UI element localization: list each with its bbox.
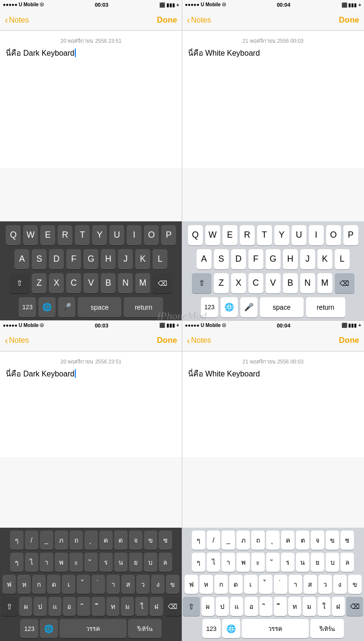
key-thai-sara-a-l[interactable]: า — [222, 553, 235, 572]
key-thai-delete-l[interactable]: ⌫ — [346, 597, 363, 616]
key-thai-to-tao-d[interactable]: ต — [114, 531, 128, 550]
note-text-tl[interactable]: นี่คือ Dark Keyboard — [6, 48, 176, 59]
key-thai-return-l[interactable]: รีเทิร์น — [310, 619, 344, 638]
key-thai-mai-tho-d[interactable]: ้ — [77, 575, 90, 594]
key-thai-mo-ma-d[interactable]: ม — [121, 597, 134, 616]
key-thai-pho-phan-l[interactable]: ภ — [236, 531, 250, 550]
key-thai-fo-fan-l[interactable]: ฟ — [185, 575, 198, 594]
key-k-l[interactable]: K — [317, 249, 332, 269]
key-thai-shift-l[interactable]: ⇧ — [183, 597, 200, 616]
key-thai-slash-d[interactable]: / — [25, 531, 38, 550]
key-thai-ho-hip-d[interactable]: ห — [17, 575, 31, 594]
key-thai-mai-ya-mok-d[interactable]: ๆ — [10, 531, 23, 550]
key-globe-dark[interactable]: 🌐 — [38, 297, 56, 317]
key-thai-cho-chan-l[interactable]: จ — [311, 531, 324, 550]
key-thai-shift-d[interactable]: ⇧ — [1, 597, 18, 616]
key-v-l[interactable]: V — [266, 273, 281, 293]
key-i-l[interactable]: I — [309, 225, 324, 245]
key-thai-slash-l[interactable]: / — [207, 531, 220, 550]
key-thai-po-pla-l[interactable]: ป — [216, 597, 229, 616]
key-m-l[interactable]: M — [317, 273, 332, 293]
key-thai-to-tao-l[interactable]: ต — [296, 531, 309, 550]
key-thai-sara-i-l[interactable]: ิ — [259, 597, 272, 616]
key-t-l[interactable]: T — [257, 225, 272, 245]
key-thai-mai-ya-mok-l[interactable]: ๆ — [192, 531, 205, 550]
key-thai-sara-e-l[interactable]: เ — [244, 575, 258, 594]
key-thai-kho-khai-l[interactable]: ข — [326, 531, 339, 550]
key-delete-light[interactable]: ⌫ — [335, 273, 354, 293]
key-thai-pho-phat-l[interactable]: ผ — [201, 597, 214, 616]
key-z-l[interactable]: Z — [214, 273, 229, 293]
key-e[interactable]: E — [40, 225, 55, 245]
key-return-light[interactable]: return — [306, 297, 345, 317]
key-n-l[interactable]: N — [300, 273, 315, 293]
key-j[interactable]: J — [118, 249, 133, 269]
key-thai-cho-ching-l[interactable]: ช — [341, 531, 354, 550]
key-h-l[interactable]: H — [283, 249, 298, 269]
key-space-light[interactable]: space — [260, 297, 304, 317]
done-button-tr[interactable]: Done — [339, 15, 360, 25]
key-b[interactable]: B — [101, 273, 116, 293]
key-thai-yo-yak-l[interactable]: ย — [311, 553, 324, 572]
key-f[interactable]: F — [66, 249, 81, 269]
key-thai-o-ang-d[interactable]: อ — [63, 597, 76, 616]
key-thai-no-nu-d[interactable]: น — [114, 553, 128, 572]
key-h[interactable]: H — [101, 249, 116, 269]
key-thai-pho-phan-d[interactable]: ภ — [55, 531, 68, 550]
key-f-l[interactable]: F — [248, 249, 263, 269]
key-x[interactable]: X — [49, 273, 64, 293]
key-r[interactable]: R — [58, 225, 72, 245]
key-n[interactable]: N — [118, 273, 133, 293]
key-thai-tho-thahan-l[interactable]: ถ — [251, 531, 265, 550]
key-thai-123-l[interactable]: 123 — [202, 619, 221, 638]
key-thai-sara-aa-l[interactable]: า — [289, 575, 302, 594]
key-z[interactable]: Z — [32, 273, 47, 293]
key-l-l[interactable]: L — [335, 249, 350, 269]
key-thai-under-d[interactable]: _ — [40, 531, 53, 550]
key-thai-mai-tho-l[interactable]: ้ — [259, 575, 272, 594]
key-thai-sara-u-d[interactable]: ุ — [84, 531, 98, 550]
key-thai-yo-yak-d[interactable]: ย — [129, 553, 142, 572]
key-123-dark[interactable]: 123 — [19, 297, 36, 317]
key-thai-lo-ling-l[interactable]: ล — [341, 553, 354, 572]
key-thai-pho-phung-l[interactable]: พ — [236, 553, 250, 572]
done-button-br[interactable]: Done — [339, 336, 360, 345]
key-thai-bo-baimai-d[interactable]: บ — [144, 553, 157, 572]
key-mic-light[interactable]: 🎤 — [240, 297, 258, 317]
key-thai-sara-ai-mai-mulai-l[interactable]: ใ — [317, 597, 330, 616]
key-s[interactable]: S — [32, 249, 47, 269]
back-button-bl[interactable]: ‹ Notes — [5, 335, 29, 346]
key-a-l[interactable]: A — [197, 249, 211, 269]
key-s-l[interactable]: S — [214, 249, 229, 269]
key-thai-o-ang-l[interactable]: อ — [245, 597, 258, 616]
note-text-bl[interactable]: นี่คือ Dark Keyboard — [6, 369, 176, 379]
key-c-l[interactable]: C — [248, 273, 263, 293]
key-p[interactable]: P — [161, 225, 176, 245]
done-button-tl[interactable]: Done — [157, 15, 177, 25]
key-thai-bo-baimai-l[interactable]: บ — [326, 553, 339, 572]
key-thai-so-sala-d[interactable]: ส — [121, 575, 135, 594]
key-u[interactable]: U — [109, 225, 124, 245]
key-thai-sara-ae-d[interactable]: ะ — [70, 553, 83, 572]
key-thai-sara-u-l[interactable]: ุ — [266, 531, 280, 550]
key-thai-sara-ai-mai-muan-l[interactable]: ไ — [207, 553, 220, 572]
key-shift-light[interactable]: ⇧ — [192, 273, 211, 293]
key-space-dark[interactable]: space — [78, 297, 121, 317]
key-thai-sara-i-d[interactable]: ิ — [77, 597, 90, 616]
key-thai-sara-aa-d[interactable]: า — [106, 575, 120, 594]
back-button-tr[interactable]: ‹ Notes — [187, 14, 211, 25]
key-q-l[interactable]: Q — [188, 225, 203, 245]
key-thai-kho-khwai-l[interactable]: ค — [281, 531, 294, 550]
key-u-l[interactable]: U — [292, 225, 306, 245]
key-v[interactable]: V — [83, 273, 98, 293]
key-l[interactable]: L — [153, 249, 167, 269]
key-thai-no-nu-l[interactable]: น — [296, 553, 309, 572]
key-y[interactable]: Y — [92, 225, 107, 245]
key-thai-wo-waen-l[interactable]: ว — [318, 575, 332, 594]
key-t[interactable]: T — [75, 225, 90, 245]
key-thai-globe-d[interactable]: 🌐 — [40, 619, 58, 638]
key-delete-dark[interactable]: ⌫ — [153, 273, 172, 293]
key-thai-mai-ya-mok2-l[interactable]: ๆ — [192, 553, 205, 572]
key-thai-kho-khwai-d[interactable]: ค — [99, 531, 113, 550]
key-thai-sara-ue-l[interactable]: ื — [274, 597, 287, 616]
